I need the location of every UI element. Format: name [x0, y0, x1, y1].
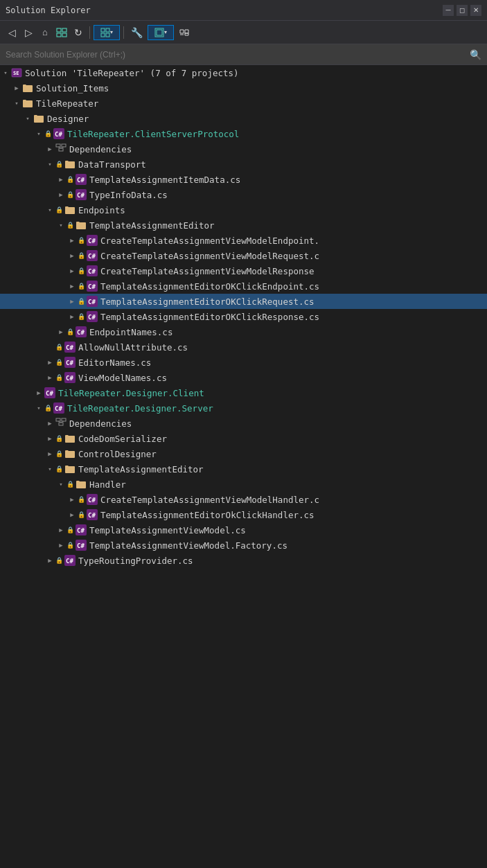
- tilerepeater-node[interactable]: ▾ TileRepeater: [0, 96, 487, 111]
- solution-items-expand[interactable]: ▶: [11, 82, 22, 94]
- tilerepeater-expand[interactable]: ▾: [11, 98, 22, 109]
- close-button[interactable]: ✕: [470, 5, 481, 16]
- createviewmodelendpoint-node[interactable]: ▶ 🔒 C# CreateTemplateAssignmentViewModel…: [0, 233, 487, 248]
- lock-icon-okcr: 🔒: [78, 298, 85, 305]
- controldesigner-node[interactable]: ▶ 🔒 ControlDesigner: [0, 446, 487, 461]
- sync-button[interactable]: ↻: [71, 25, 86, 40]
- codedom-folder-icon: [64, 433, 76, 444]
- okclickendpoint-node[interactable]: ▶ 🔒 C# TemplateAssignmentEditorOKClickEn…: [0, 278, 487, 294]
- okclickendpoint-cs-icon: C#: [87, 281, 98, 292]
- view-dropdown-button[interactable]: ▾: [94, 25, 120, 40]
- search-button[interactable]: 🔍: [470, 49, 481, 60]
- designer-client-label: TileRepeater.Designer.Client: [58, 388, 204, 398]
- home-button[interactable]: ⌂: [37, 25, 53, 40]
- dependencies-node[interactable]: ▶ Dependencies: [0, 141, 487, 157]
- designer-expand[interactable]: ▾: [22, 113, 33, 124]
- designer-node[interactable]: ▾ Designer: [0, 111, 487, 126]
- properties-button[interactable]: 🔧: [127, 25, 146, 40]
- solution-expand[interactable]: ▾: [0, 67, 11, 78]
- typeinfodata-node[interactable]: ▶ 🔒 C# TypeInfoData.cs: [0, 187, 487, 202]
- typeroutingprovider-expand[interactable]: ▶: [44, 555, 55, 566]
- designer-label: Designer: [47, 114, 89, 124]
- templateassignmentitemdata-node[interactable]: ▶ 🔒 C# TemplateAssignmentItemData.cs: [0, 172, 487, 187]
- okclickrequest-node[interactable]: ▶ 🔒 C# TemplateAssignmentEditorOKClickRe…: [0, 294, 487, 309]
- collapse-all-button[interactable]: [175, 25, 193, 40]
- preview-button[interactable]: ▾: [148, 25, 174, 40]
- datatransport-expand[interactable]: ▾: [44, 159, 55, 170]
- typeroutingprovider-node[interactable]: ▶ 🔒 C# TypeRoutingProvider.cs: [0, 553, 487, 568]
- templateassignmentitemdata-label: TemplateAssignmentItemData.cs: [89, 175, 240, 185]
- designer-server-label: TileRepeater.Designer.Server: [67, 403, 213, 414]
- back-button[interactable]: ◁: [4, 25, 19, 40]
- tae-server-node[interactable]: ▾ 🔒 TemplateAssignmentEditor: [0, 461, 487, 477]
- editornames-expand[interactable]: ▶: [44, 357, 55, 368]
- search-input[interactable]: [6, 50, 470, 60]
- designer-client-node[interactable]: ▶ C# TileRepeater.Designer.Client: [0, 385, 487, 400]
- createviewmodelendpoint-expand[interactable]: ▶: [67, 235, 78, 246]
- endpoints-node[interactable]: ▾ 🔒 Endpoints: [0, 202, 487, 218]
- handler-folder-expand[interactable]: ▾: [55, 479, 67, 490]
- createviewmodelresponse-node[interactable]: ▶ 🔒 C# CreateTemplateAssignmentViewModel…: [0, 263, 487, 278]
- svg-text:C#: C#: [88, 497, 96, 504]
- endpointnames-expand[interactable]: ▶: [55, 326, 67, 337]
- lock-icon-cd: 🔒: [55, 435, 63, 442]
- designer-server-expand[interactable]: ▾: [33, 402, 44, 414]
- minimize-button[interactable]: ─: [443, 5, 454, 16]
- okclickrequest-expand[interactable]: ▶: [67, 296, 78, 307]
- createviewmodelhandler-node[interactable]: ▶ 🔒 C# CreateTemplateAssignmentViewModel…: [0, 492, 487, 507]
- designer-server-node[interactable]: ▾ 🔒 C# TileRepeater.Designer.Server: [0, 400, 487, 416]
- okclickendpoint-expand[interactable]: ▶: [67, 281, 78, 292]
- designer-client-expand[interactable]: ▶: [33, 387, 44, 398]
- templateassignmentitemdata-expand[interactable]: ▶: [55, 174, 67, 185]
- viewmodelnames-expand[interactable]: ▶: [44, 372, 55, 383]
- clientserverprotocol-node[interactable]: ▾ 🔒 C# TileRepeater.ClientServerProtocol: [0, 126, 487, 141]
- codedom-expand[interactable]: ▶: [44, 433, 55, 444]
- solution-icon: SE: [11, 67, 22, 78]
- editornames-node[interactable]: ▶ 🔒 C# EditorNames.cs: [0, 355, 487, 370]
- tae-folder-expand[interactable]: ▾: [55, 220, 67, 231]
- viewmodelnames-node[interactable]: ▶ 🔒 C# ViewModelNames.cs: [0, 370, 487, 385]
- lock-icon-taes: 🔒: [55, 466, 63, 472]
- viewmodelnames-label: ViewModelNames.cs: [78, 373, 167, 383]
- allownullattribute-node[interactable]: 🔒 C# AllowNullAttribute.cs: [0, 339, 487, 355]
- forward-button[interactable]: ▷: [21, 25, 36, 40]
- okclickhandler-expand[interactable]: ▶: [67, 509, 78, 520]
- solution-node[interactable]: ▾ SE Solution 'TileRepeater' (7 of 7 pro…: [0, 65, 487, 80]
- deps-server-node[interactable]: ▶ Dependencies: [0, 416, 487, 431]
- tavmfactory-node[interactable]: ▶ 🔒 C# TemplateAssignmentViewModel.Facto…: [0, 538, 487, 553]
- okclickresponse-expand[interactable]: ▶: [67, 311, 78, 322]
- switch-views-button[interactable]: [54, 25, 69, 40]
- createviewmodelhandler-expand[interactable]: ▶: [67, 494, 78, 505]
- createviewmodelendpoint-cs-icon: C#: [87, 235, 98, 246]
- svg-text:C#: C#: [88, 238, 96, 245]
- tavm-expand[interactable]: ▶: [55, 524, 67, 535]
- createviewmodelresponse-expand[interactable]: ▶: [67, 265, 78, 276]
- handler-folder-icon: [76, 479, 87, 490]
- clientserverprotocol-expand[interactable]: ▾: [33, 128, 44, 139]
- tavm-label: TemplateAssignmentViewModel.cs: [89, 525, 246, 535]
- typeinfodata-expand[interactable]: ▶: [55, 189, 67, 200]
- codedom-node[interactable]: ▶ 🔒 CodeDomSerializer: [0, 431, 487, 446]
- endpoints-expand[interactable]: ▾: [44, 204, 55, 215]
- datatransport-node[interactable]: ▾ 🔒 DataTransport: [0, 157, 487, 172]
- tavmfactory-expand[interactable]: ▶: [55, 540, 67, 551]
- handler-folder-node[interactable]: ▾ 🔒 Handler: [0, 477, 487, 492]
- templateassignmentviewmodel-node[interactable]: ▶ 🔒 C# TemplateAssignmentViewModel.cs: [0, 522, 487, 538]
- createviewmodelrequest-node[interactable]: ▶ 🔒 C# CreateTemplateAssignmentViewModel…: [0, 248, 487, 263]
- okclickhandler-node[interactable]: ▶ 🔒 C# TemplateAssignmentEditorOkClickHa…: [0, 507, 487, 522]
- deps-server-expand[interactable]: ▶: [44, 418, 55, 429]
- endpointnames-label: EndpointNames.cs: [89, 327, 172, 337]
- csproj-icon: C#: [53, 128, 64, 139]
- createviewmodelrequest-expand[interactable]: ▶: [67, 250, 78, 261]
- endpointnames-node[interactable]: ▶ 🔒 C# EndpointNames.cs: [0, 324, 487, 339]
- okclickresponse-node[interactable]: ▶ 🔒 C# TemplateAssignmentEditorOKClickRe…: [0, 309, 487, 324]
- templateassignmenteditor-folder-node[interactable]: ▾ 🔒 TemplateAssignmentEditor: [0, 218, 487, 233]
- createviewmodelhandler-cs-icon: C#: [87, 494, 98, 505]
- controldesigner-expand[interactable]: ▶: [44, 448, 55, 459]
- solution-items-node[interactable]: ▶ Solution_Items: [0, 80, 487, 96]
- dependencies-expand[interactable]: ▶: [44, 143, 55, 154]
- typeinfodata-cs-icon: C#: [76, 189, 87, 200]
- okclickresponse-cs-icon: C#: [87, 311, 98, 322]
- tae-server-expand[interactable]: ▾: [44, 463, 55, 475]
- restore-button[interactable]: ◻: [457, 5, 468, 16]
